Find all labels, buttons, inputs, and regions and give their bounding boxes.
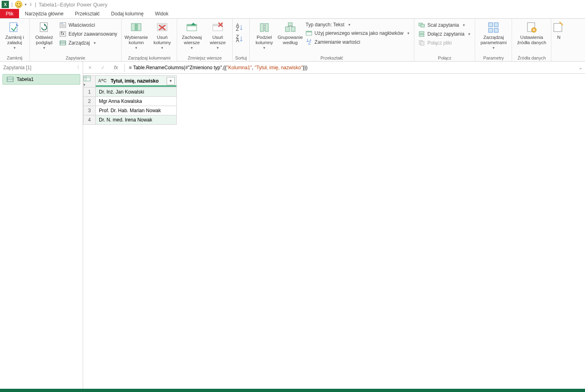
column-filter-button[interactable]: ▼: [167, 77, 175, 85]
group-label-transform: Przekształć: [252, 55, 411, 61]
accept-formula-button[interactable]: ✓: [99, 63, 107, 72]
refresh-preview-button[interactable]: Odśwież podgląd ▼: [32, 19, 56, 50]
tab-view[interactable]: Widok: [149, 9, 174, 18]
table-row[interactable]: 3Prof. Dr. Hab. Marian Nowak: [84, 106, 177, 115]
first-row-headers-icon: [306, 30, 312, 36]
append-icon: [418, 31, 425, 37]
cancel-formula-button[interactable]: ✕: [86, 63, 94, 72]
group-label-parameters: Parametry: [478, 55, 509, 61]
append-queries-button[interactable]: Dołącz zapytania ▼: [417, 30, 472, 38]
replace-values-button[interactable]: 12 Zamienianie wartości: [304, 38, 411, 46]
cell[interactable]: Dr. Inż. Jan Kowalski: [96, 87, 177, 97]
separator: |: [11, 2, 13, 7]
query-item-tabela1[interactable]: Tabela1: [2, 74, 80, 85]
split-column-button[interactable]: Podziel kolumny ▼: [252, 19, 276, 50]
parameters-icon: [487, 21, 500, 34]
manage-icon: [60, 40, 66, 46]
window-title: Tabela1–Edytor Power Query: [39, 2, 107, 8]
group-combine: Scal zapytania ▼ Dołącz zapytania ▼ Połą…: [414, 19, 475, 61]
status-bar: [0, 389, 585, 392]
remove-rows-button[interactable]: Usuń wiersze ▼: [206, 19, 230, 50]
properties-button[interactable]: Właściwości: [58, 21, 119, 29]
use-first-row-headers-button[interactable]: Użyj pierwszego wiersza jako nagłówków ▼: [304, 29, 411, 37]
svg-rect-53: [84, 76, 90, 81]
new-source-button[interactable]: N: [554, 19, 564, 40]
manage-button[interactable]: Zarządzaj ▼: [58, 39, 119, 47]
tab-home[interactable]: Narzędzia główne: [19, 9, 69, 18]
data-source-settings-button[interactable]: Ustawienia źródła danych: [514, 19, 549, 45]
type-text-icon[interactable]: AᴮC: [96, 78, 109, 83]
svg-rect-52: [554, 23, 562, 32]
separator: |: [35, 2, 36, 7]
sort-asc-button[interactable]: AZ: [235, 23, 244, 32]
group-by-button[interactable]: Grupowanie według: [278, 19, 302, 45]
group-query: Odśwież podgląd ▼ Właściwości fx Edytor …: [30, 19, 122, 61]
svg-rect-42: [419, 34, 424, 36]
merge-queries-button[interactable]: Scal zapytania ▼: [417, 21, 472, 29]
keep-rows-icon: [185, 21, 198, 34]
group-sort: AZ ZA Sortuj: [233, 19, 250, 61]
combine-files-button[interactable]: Połącz pliki: [417, 39, 472, 47]
svg-rect-27: [260, 23, 264, 32]
svg-rect-12: [135, 23, 138, 31]
tab-transform[interactable]: Przekształć: [69, 9, 105, 18]
group-rows: Zachowaj wiersze ▼ Usuń wiersze ▼ Zmniej…: [177, 19, 233, 61]
group-new-source: N: [551, 19, 566, 61]
cell[interactable]: Mgr Anna Kowalska: [96, 97, 177, 106]
table-corner[interactable]: ▾: [84, 76, 96, 87]
svg-rect-30: [285, 27, 289, 32]
qat-dropdown[interactable]: ▾: [25, 2, 27, 6]
svg-text:A: A: [236, 38, 239, 43]
table-icon: [7, 77, 13, 82]
sort-desc-button[interactable]: ZA: [235, 35, 244, 44]
column-name: Tytuł, imię, nazwisko: [109, 78, 165, 84]
svg-rect-31: [291, 27, 295, 32]
combine-files-icon: [418, 40, 425, 46]
cell[interactable]: Prof. Dr. Hab. Marian Nowak: [96, 106, 177, 115]
svg-rect-45: [489, 23, 493, 27]
fx-icon[interactable]: fx: [111, 63, 120, 72]
choose-columns-button[interactable]: Wybieranie kolumn ▼: [124, 19, 148, 50]
title-bar: X | ▾ ⇩ | Tabela1–Edytor Power Query: [0, 0, 585, 9]
keep-rows-button[interactable]: Zachowaj wiersze ▼: [180, 19, 204, 50]
cell[interactable]: Dr. N. med. Irena Nowak: [96, 115, 177, 125]
remove-rows-icon: [211, 21, 224, 34]
svg-rect-40: [421, 24, 424, 27]
advanced-editor-button[interactable]: fx Edytor zaawansowany: [58, 30, 119, 38]
row-number: 1: [84, 87, 96, 97]
main-area: ✕ ✓ fx = Table.RenameColumns(#"Zmieniono…: [83, 62, 585, 389]
preview-table: ▾ AᴮC Tytuł, imię, nazwisko ▼ 1Dr. Inż. …: [83, 75, 177, 125]
table-row[interactable]: 4Dr. N. med. Irena Nowak: [84, 115, 177, 125]
queries-header: Zapytania [1] 〈: [0, 62, 83, 73]
close-and-load-button[interactable]: Zamknij i załaduj ▼: [2, 19, 27, 50]
column-header[interactable]: AᴮC Tytuł, imię, nazwisko ▼: [96, 76, 177, 87]
manage-parameters-button[interactable]: Zarządzaj parametrami ▼: [478, 19, 509, 50]
properties-icon: [60, 22, 66, 28]
tab-file[interactable]: Plik: [0, 9, 19, 18]
merge-icon: [418, 22, 425, 28]
svg-rect-5: [61, 26, 65, 26]
remove-columns-icon: [156, 21, 169, 34]
tab-add-column[interactable]: Dodaj kolumnę: [105, 9, 149, 18]
group-parameters: Zarządzaj parametrami ▼ Parametry: [475, 19, 512, 61]
remove-columns-button[interactable]: Usuń kolumny ▼: [150, 19, 174, 50]
table-row[interactable]: 1Dr. Inż. Jan Kowalski: [84, 87, 177, 97]
collapse-queries-icon[interactable]: 〈: [75, 64, 79, 71]
svg-rect-28: [265, 23, 268, 32]
replace-values-icon: 12: [306, 39, 312, 45]
svg-rect-8: [60, 41, 66, 45]
work-area: Zapytania [1] 〈 Tabela1 ✕ ✓ fx = Table.R…: [0, 62, 585, 389]
svg-text:Z: Z: [236, 26, 239, 32]
svg-rect-3: [61, 23, 63, 24]
smiley-icon[interactable]: [15, 1, 22, 8]
qat-customize[interactable]: ⇩: [29, 2, 32, 6]
refresh-icon: [38, 21, 51, 34]
group-label-rows: Zmniejsz wiersze: [180, 55, 230, 61]
svg-rect-47: [489, 28, 493, 32]
group-label-combine: Połącz: [417, 55, 472, 61]
formula-text[interactable]: = Table.RenameColumns(#"Zmieniono typ",{…: [129, 64, 308, 70]
row-number: 3: [84, 106, 96, 115]
expand-formula-button[interactable]: ⌄: [579, 65, 583, 70]
data-type-button[interactable]: Typ danych: Tekst ▼: [304, 21, 411, 28]
table-row[interactable]: 2Mgr Anna Kowalska: [84, 97, 177, 106]
